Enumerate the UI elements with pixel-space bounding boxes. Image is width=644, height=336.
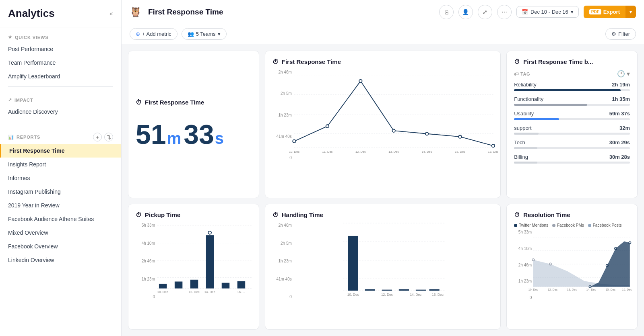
sidebar-item-audience-discovery[interactable]: Audience Discovery [0, 105, 121, 119]
date-picker-btn[interactable]: 📅 Dec 10 - Dec 16 ▾ [516, 6, 579, 18]
export-btn[interactable]: PDF Export [584, 6, 625, 18]
pickup-chart-card: ⏱ Pickup Time 5h 33m 4h 10m 2h 46m 1h 23… [128, 204, 259, 330]
line-chart-title: ⏱ First Response Time [272, 58, 493, 65]
impact-section: ↗ IMPACT [0, 90, 121, 105]
sidebar-item-facebook-overview[interactable]: Facebook Overview [0, 240, 121, 253]
chevron-down-icon: ▾ [571, 9, 574, 15]
svg-text:12. Dec: 12. Dec [355, 150, 366, 154]
svg-marker-56 [590, 242, 630, 287]
svg-point-8 [392, 129, 395, 132]
chevron-down-icon-teams: ▾ [218, 31, 221, 37]
page-title: First Response Time [148, 8, 434, 16]
tag-dropdown-icon[interactable]: ▾ [627, 70, 630, 78]
tag-actions: 🕐 ▾ [617, 70, 630, 78]
sidebar-item-insights-report[interactable]: Insights Report [0, 158, 121, 171]
more-btn[interactable]: ⋯ [497, 5, 512, 19]
svg-rect-43 [399, 289, 409, 291]
svg-rect-26 [190, 280, 198, 289]
resolution-legend: Twitter Mentions Facebook PMs Facebook P… [514, 223, 630, 227]
tag-card-icon: ⏱ [514, 58, 520, 65]
export-dropdown-btn[interactable]: ▾ [625, 6, 636, 18]
reports-label: 📊 REPORTS [8, 135, 40, 140]
legend-facebook-pm: Facebook PMs [552, 223, 584, 227]
svg-rect-44 [416, 290, 426, 291]
teams-btn[interactable]: 👥 5 Teams ▾ [182, 28, 227, 40]
reports-actions: + ⇅ [93, 133, 113, 141]
tag-row-functionality: Functionality1h 35m [514, 96, 630, 106]
svg-rect-41 [365, 289, 375, 291]
svg-text:13. Dec: 13. Dec [567, 288, 577, 291]
sidebar-item-linkedin-overview[interactable]: Linkedin Overview [0, 253, 121, 267]
handling-y-axis: 2h 46m 2h 5m 1h 23m 41m 40s 0 [272, 223, 292, 299]
legend-facebook-pm-dot [552, 224, 555, 227]
reports-icon: 📊 [8, 135, 14, 140]
svg-text:13. Dec: 13. Dec [388, 150, 399, 154]
tag-row-support: support32m [514, 125, 630, 135]
sidebar-collapse-btn[interactable]: « [109, 10, 113, 17]
toolbar-left: ⊕ + Add metric 👥 5 Teams ▾ [130, 28, 227, 40]
sidebar-item-mixed-overview[interactable]: Mixed Overview [0, 226, 121, 240]
svg-text:14. Dec: 14. Dec [410, 293, 421, 297]
add-metric-btn[interactable]: ⊕ + Add metric [130, 28, 178, 40]
sidebar-item-amplify-leaderboard[interactable]: Amplify Leaderboard [0, 70, 121, 83]
sidebar-item-team-performance[interactable]: Team Performance [0, 56, 121, 70]
line-chart-container: 2h 46m 2h 5m 1h 23m 41m 40s 0 [272, 70, 493, 160]
svg-rect-25 [175, 281, 182, 288]
tag-card-title: ⏱ First Response Time b... [514, 58, 630, 65]
sidebar-header: Analytics « [0, 0, 121, 27]
sidebar-item-first-response-time[interactable]: First Response Time [0, 144, 121, 158]
add-report-btn[interactable]: + [93, 133, 102, 141]
sidebar-item-post-performance[interactable]: Post Performance [0, 42, 121, 56]
resolution-svg: 10. Dec 12. Dec 13. Dec 14. Dec 15. Dec … [533, 230, 630, 300]
resolution-chart-container: 5h 33m 4h 10m 2h 46m 1h 23m 0 [514, 230, 630, 300]
handling-chart-card: ⏱ Handling Time 2h 46m 2h 5m 1h 23m 41m … [265, 204, 501, 330]
svg-text:12. Dec: 12. Dec [189, 290, 200, 294]
svg-point-9 [425, 132, 428, 135]
clock-icon[interactable]: 🕐 [617, 70, 625, 78]
topbar: 🦉 First Response Time ⎘ 👤 ⤢ ⋯ 📅 Dec 10 -… [122, 0, 644, 24]
resolution-icon: ⏱ [514, 211, 520, 218]
svg-text:15. Dec: 15. Dec [606, 288, 616, 291]
tag-row-usability: Usability59m 37s [514, 111, 630, 120]
svg-rect-29 [222, 283, 229, 289]
sidebar-item-facebook-audience[interactable]: Facebook Audience Athene Suites [0, 212, 121, 226]
line-chart-card: ⏱ First Response Time 2h 46m 2h 5m 1h 23… [265, 51, 501, 198]
svg-text:10. Dec: 10. Dec [347, 293, 359, 297]
svg-rect-45 [429, 289, 439, 291]
sidebar-divider-2 [8, 122, 113, 122]
tag-card: ⏱ First Response Time b... 🏷 TAG 🕐 ▾ Rel… [506, 51, 638, 198]
svg-text:14. Dec: 14. Dec [204, 290, 215, 294]
sort-reports-btn[interactable]: ⇅ [104, 133, 113, 141]
svg-text:16. Dec: 16. Dec [488, 150, 498, 154]
svg-text:16. ...: 16. ... [237, 290, 245, 294]
svg-text:12. Dec: 12. Dec [381, 293, 393, 297]
svg-point-7 [359, 80, 362, 82]
teams-icon: 👥 [188, 31, 194, 37]
svg-text:16. Dec: 16. Dec [432, 293, 444, 297]
tag-row-tech: Tech30m 29s [514, 139, 630, 149]
pickup-chart-container: 5h 33m 4h 10m 2h 46m 1h 23m 0 [136, 223, 252, 299]
svg-text:16. Dec: 16. Dec [622, 288, 632, 291]
expand-btn[interactable]: ⤢ [478, 5, 492, 19]
tag-card-header: 🏷 TAG 🕐 ▾ [514, 70, 630, 78]
svg-text:10. Dec: 10. Dec [528, 288, 539, 291]
sidebar-item-2019-year-review[interactable]: 2019 Year in Review [0, 199, 121, 212]
svg-point-6 [326, 125, 328, 127]
star-icon: ★ [8, 35, 12, 40]
filter-btn[interactable]: ⚙ Filter [605, 28, 636, 40]
svg-rect-30 [237, 281, 245, 289]
sidebar-item-instagram-publishing[interactable]: Instagram Publishing [0, 185, 121, 199]
legend-twitter: Twitter Mentions [514, 223, 548, 227]
line-chart-svg-container: 10. Dec 11. Dec 12. Dec 13. Dec 14. Dec … [294, 70, 493, 160]
resolution-chart-card: ⏱ Resolution Time Twitter Mentions Faceb… [506, 204, 638, 330]
copy-btn[interactable]: ⎘ [439, 5, 454, 19]
sidebar-divider-1 [8, 86, 113, 87]
svg-text:14. Dec: 14. Dec [586, 288, 597, 291]
sidebar-item-informes[interactable]: Informes [0, 171, 121, 185]
impact-icon: ↗ [8, 97, 12, 102]
big-stat: 51m33s [136, 119, 252, 150]
stat-card: ⏱ First Response Time 51m33s [128, 51, 259, 198]
user-btn[interactable]: 👤 [458, 5, 473, 19]
line-chart-icon: ⏱ [272, 58, 279, 65]
pdf-badge: PDF [589, 9, 601, 14]
